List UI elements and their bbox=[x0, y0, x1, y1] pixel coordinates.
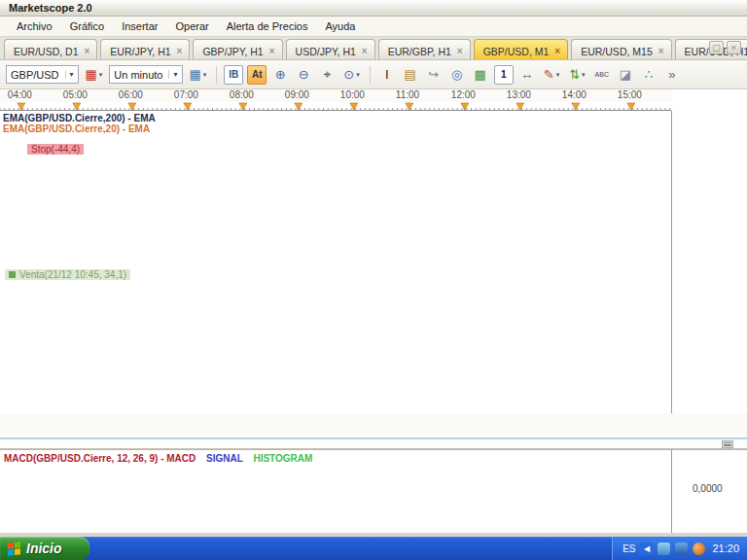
image-button[interactable]: ▩ bbox=[471, 65, 490, 85]
symbol-select-value: GBP/USD bbox=[11, 69, 59, 81]
menu-item-gráfico[interactable]: Gráfico bbox=[61, 18, 113, 35]
symbol-select[interactable]: GBP/USD▾ bbox=[6, 65, 79, 84]
tab-eur-jpy-h1[interactable]: EUR/JPY, H1× bbox=[100, 39, 190, 59]
chart-type-button[interactable]: ▦▾ bbox=[187, 65, 210, 85]
pencil-icon: ✎ bbox=[544, 67, 554, 82]
tab-gbp-jpy-h1[interactable]: GBP/JPY, H1× bbox=[193, 39, 282, 59]
tab-label: USD/JPY, H1 bbox=[296, 46, 356, 57]
at-button[interactable]: At bbox=[247, 65, 267, 85]
zoom-in-icon: ⊕ bbox=[275, 67, 286, 82]
time-ruler-top bbox=[0, 102, 671, 111]
time-label-07-00: 07:00 bbox=[174, 89, 198, 100]
time-label-04-00: 04:00 bbox=[8, 89, 32, 100]
tray-app-icon[interactable] bbox=[693, 542, 705, 555]
zoom-in-button[interactable]: ⊕ bbox=[270, 65, 290, 85]
time-ruler-bottom bbox=[0, 413, 671, 422]
title-bar: Marketscope 2.0 bbox=[0, 0, 747, 17]
chevron-down-icon[interactable]: ▾ bbox=[168, 70, 177, 79]
tab-label: EUR/USD, D1 bbox=[14, 46, 79, 57]
menu-item-archivo[interactable]: Archivo bbox=[8, 18, 61, 35]
structure-button[interactable]: ∴ bbox=[639, 65, 658, 85]
crosshair-button[interactable]: ⌖ bbox=[317, 65, 337, 85]
chevron-down-icon[interactable]: ▾ bbox=[203, 71, 207, 79]
spellcheck-icon: ABC bbox=[595, 71, 609, 78]
ib-button[interactable]: IB bbox=[224, 65, 243, 85]
price-axis[interactable] bbox=[671, 111, 747, 413]
close-window-button[interactable]: × bbox=[727, 41, 741, 54]
tab-close-icon[interactable]: × bbox=[658, 46, 664, 56]
menu-item-ayuda[interactable]: Ayuda bbox=[316, 18, 364, 35]
tray-chevron-icon[interactable]: ◀ bbox=[640, 542, 653, 555]
marker-one-button[interactable]: 1 bbox=[494, 65, 514, 85]
zoom-menu-icon: ⊙ bbox=[343, 67, 354, 82]
structure-icon: ∴ bbox=[645, 67, 653, 82]
restore-window-button[interactable]: ▢ bbox=[709, 41, 724, 54]
tab-close-icon[interactable]: × bbox=[457, 46, 463, 56]
tray-display-icon[interactable] bbox=[658, 542, 670, 555]
menu-item-alerta-de-precios[interactable]: Alerta de Precios bbox=[218, 18, 317, 35]
overflow-button[interactable]: » bbox=[662, 65, 682, 85]
eraser-button[interactable]: ◪ bbox=[616, 65, 635, 85]
globe-button[interactable]: ◎ bbox=[447, 65, 467, 85]
tab-eur-usd-m15[interactable]: EUR/USD, M15× bbox=[571, 39, 671, 59]
start-button[interactable]: Inicio bbox=[0, 537, 89, 560]
chevron-down-icon[interactable]: ▾ bbox=[65, 70, 74, 79]
menu-bar: ArchivoGráficoInsertarOperarAlerta de Pr… bbox=[0, 17, 747, 37]
tab-close-icon[interactable]: × bbox=[554, 46, 560, 56]
candlestick-chart[interactable] bbox=[0, 111, 671, 413]
marker-one-icon: 1 bbox=[501, 69, 507, 80]
stop-order-label[interactable]: Stop(-44,4) bbox=[27, 144, 84, 155]
text-tool-icon: I bbox=[385, 67, 389, 82]
spellcheck-button[interactable]: ABC bbox=[592, 65, 612, 85]
overflow-icon: » bbox=[668, 67, 675, 82]
zoom-out-button[interactable]: ⊖ bbox=[294, 65, 313, 85]
macd-axis-ticks bbox=[672, 450, 692, 533]
tray-clock[interactable]: 21:20 bbox=[712, 542, 739, 554]
pencil-button[interactable]: ✎▾ bbox=[541, 65, 562, 85]
image-icon: ▩ bbox=[475, 67, 486, 82]
tab-usd-jpy-h1[interactable]: USD/JPY, H1× bbox=[286, 39, 375, 59]
time-label-10-00: 10:00 bbox=[340, 89, 365, 100]
period-select-value: Un minuto bbox=[114, 69, 162, 81]
toolbar-separator bbox=[370, 66, 371, 84]
share-button[interactable]: ↪ bbox=[424, 65, 444, 85]
chevron-down-icon[interactable]: ▾ bbox=[99, 71, 103, 79]
tab-eur-gbp-h1[interactable]: EUR/GBP, H1× bbox=[378, 39, 471, 59]
tab-close-icon[interactable]: × bbox=[362, 46, 368, 56]
time-label-13-00: 13:00 bbox=[507, 89, 531, 100]
zoom-menu-button[interactable]: ⊙▾ bbox=[340, 65, 362, 85]
tab-close-icon[interactable]: × bbox=[269, 46, 275, 56]
chart-tab-bar: EUR/USD, D1×EUR/JPY, H1×GBP/JPY, H1×USD/… bbox=[0, 37, 747, 60]
chevron-down-icon[interactable]: ▾ bbox=[356, 71, 360, 79]
buysell-marker-icon: ⇅ bbox=[569, 67, 580, 82]
time-label-15-00: 15:00 bbox=[618, 89, 642, 100]
tab-eur-usd-d1[interactable]: EUR/USD, D1× bbox=[4, 39, 97, 59]
language-indicator[interactable]: ES bbox=[622, 543, 635, 554]
edit-window-button[interactable]: ▤ bbox=[401, 65, 420, 85]
chart-type-icon: ▦ bbox=[190, 67, 201, 82]
chevron-down-icon[interactable]: ▾ bbox=[582, 71, 586, 79]
time-axis-bottom bbox=[0, 413, 747, 439]
tab-close-icon[interactable]: × bbox=[85, 46, 90, 56]
chevron-down-icon[interactable]: ▾ bbox=[556, 71, 560, 79]
width-tool-button[interactable]: ↔ bbox=[517, 65, 537, 85]
tab-gbp-usd-m1[interactable]: GBP/USD, M1× bbox=[474, 39, 569, 59]
menu-item-operar[interactable]: Operar bbox=[166, 18, 217, 35]
venta-trade-label[interactable]: Venta(21/12 10:45, 34,1) bbox=[5, 269, 130, 280]
text-tool-button[interactable]: I bbox=[377, 65, 397, 85]
period-select[interactable]: Un minuto▾ bbox=[109, 65, 182, 84]
tray-network-icon[interactable] bbox=[675, 542, 688, 555]
time-axis-top: 04:0005:0006:0007:0008:0009:0010:0011:00… bbox=[0, 89, 671, 102]
tab-close-icon[interactable]: × bbox=[177, 46, 183, 56]
price-chart-panel: 04:0005:0006:0007:0008:0009:0010:0011:00… bbox=[0, 89, 747, 439]
ema-fast-legend: EMA(GBP/USD.Cierre,20) - EMA bbox=[3, 123, 150, 134]
buysell-marker-button[interactable]: ⇅▾ bbox=[566, 65, 587, 85]
remove-chart-button[interactable]: ▦▾ bbox=[83, 65, 106, 85]
macd-legend-histogram: HISTOGRAM bbox=[253, 453, 312, 464]
splitter-grip-icon[interactable] bbox=[722, 440, 733, 448]
chart-overview-strip[interactable] bbox=[0, 439, 747, 449]
menu-item-insertar[interactable]: Insertar bbox=[113, 18, 166, 35]
marketscope-window: Marketscope 2.0 ArchivoGráficoInsertarOp… bbox=[0, 0, 747, 560]
tab-label: GBP/USD, M1 bbox=[483, 46, 550, 57]
ib-icon: IB bbox=[229, 69, 238, 80]
